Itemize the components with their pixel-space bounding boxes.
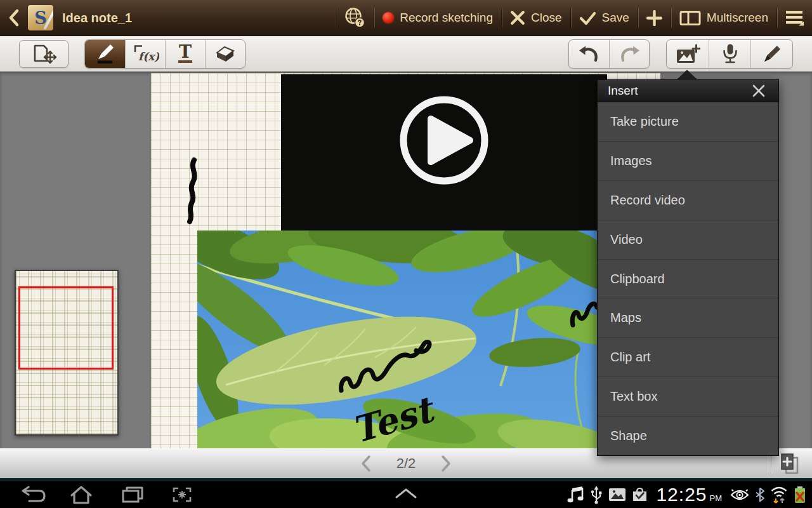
page-indicator: 2/2 <box>396 455 416 472</box>
nav-back-button[interactable] <box>19 485 47 504</box>
menu-item-video[interactable]: Video <box>598 220 778 260</box>
note-title: Idea note_1 <box>62 11 132 25</box>
usb-icon <box>589 485 603 504</box>
tool-mode-group: f(x) T <box>84 39 246 69</box>
more-options-button[interactable] <box>785 10 804 26</box>
microphone-icon <box>721 43 740 65</box>
thumbnail-viewport-rect <box>18 286 114 370</box>
formula-tool-button[interactable]: f(x) <box>125 40 165 68</box>
multiscreen-label: Multiscreen <box>707 11 768 25</box>
multiscreen-icon <box>679 10 701 27</box>
menu-item-maps[interactable]: Maps <box>598 298 778 338</box>
separator <box>374 8 374 27</box>
history-group <box>568 39 650 69</box>
page-move-icon <box>30 43 57 65</box>
add-page-top-button[interactable] <box>646 10 662 26</box>
menu-item-clipboard[interactable]: Clipboard <box>598 260 778 299</box>
play-button-icon <box>403 100 485 181</box>
record-dot-icon <box>383 12 394 23</box>
brush-tool-button[interactable] <box>85 40 125 68</box>
insert-menu-title: Insert <box>608 84 638 98</box>
save-button[interactable]: Save <box>579 11 629 25</box>
pen-settings-button[interactable] <box>750 40 792 68</box>
pen-icon <box>761 43 783 65</box>
download-complete-icon <box>631 487 648 502</box>
android-system-bar: 12:25 PM <box>0 481 812 508</box>
insert-menu-close-button[interactable] <box>749 81 768 100</box>
formula-icon: f(x) <box>131 43 159 65</box>
brush-icon <box>94 43 117 65</box>
clock-time: 12:25 <box>656 484 707 505</box>
nav-recents-button[interactable] <box>118 485 146 504</box>
back-icon[interactable] <box>8 8 20 27</box>
app-icon: S <box>28 5 53 30</box>
eraser-icon <box>214 44 237 64</box>
globe-help-icon <box>344 7 365 29</box>
battery-error-icon <box>793 485 807 504</box>
separator <box>638 8 638 27</box>
image-plus-icon <box>675 43 700 65</box>
prev-page-button[interactable] <box>360 454 372 473</box>
insert-object-button[interactable] <box>667 40 709 68</box>
embedded-video[interactable] <box>281 74 607 231</box>
menu-caret <box>676 70 698 80</box>
svg-text:T: T <box>179 43 192 62</box>
voice-memo-button[interactable] <box>709 40 750 68</box>
save-check-icon <box>579 11 596 25</box>
gallery-status-icon <box>608 488 626 502</box>
selection-mode-button[interactable] <box>19 40 69 68</box>
menu-item-images[interactable]: Images <box>598 142 778 181</box>
smart-stay-eye-icon <box>730 488 750 502</box>
nav-home-button[interactable] <box>67 485 95 504</box>
plus-icon <box>646 10 662 26</box>
svg-text:f(x): f(x) <box>138 50 159 63</box>
app-bar: S Idea note_1 <box>0 0 812 36</box>
status-icons: 12:25 PM <box>565 481 807 508</box>
mini-apps-tray-button[interactable] <box>392 487 420 500</box>
close-icon <box>510 10 525 25</box>
undo-icon <box>577 44 601 64</box>
menu-item-record-video[interactable]: Record video <box>598 181 778 220</box>
separator <box>335 8 336 27</box>
help-button[interactable] <box>344 7 365 29</box>
record-sketching-label: Record sketching <box>400 11 493 25</box>
menu-bars-icon <box>785 10 804 26</box>
clock-meridiem: PM <box>710 493 723 503</box>
next-page-button[interactable] <box>440 454 452 473</box>
eraser-tool-button[interactable] <box>205 40 245 68</box>
redo-button[interactable] <box>609 40 649 68</box>
redo-icon <box>617 44 641 64</box>
add-page-button[interactable] <box>776 451 802 477</box>
menu-item-shape[interactable]: Shape <box>598 417 778 455</box>
undo-button[interactable] <box>569 40 609 68</box>
separator <box>776 8 777 27</box>
separator <box>771 454 771 474</box>
record-sketching-button[interactable]: Record sketching <box>383 11 493 25</box>
insert-group <box>666 39 793 69</box>
separator <box>570 8 571 27</box>
embedded-photo-leaves[interactable] <box>197 231 597 448</box>
text-tool-button[interactable]: T <box>165 40 205 68</box>
nav-screenshot-button[interactable] <box>169 485 195 504</box>
menu-item-take-picture[interactable]: Take picture <box>598 102 778 142</box>
page-thumbnail[interactable] <box>15 270 119 436</box>
separator <box>501 8 502 27</box>
clock: 12:25 PM <box>656 484 722 505</box>
bluetooth-icon <box>755 487 765 502</box>
close-label: Close <box>531 11 562 25</box>
multiscreen-button[interactable]: Multiscreen <box>679 10 768 27</box>
close-button[interactable]: Close <box>510 10 562 25</box>
edit-toolbar: f(x) T <box>0 36 812 72</box>
menu-item-text-box[interactable]: Text box <box>598 377 778 417</box>
save-label: Save <box>602 11 629 25</box>
page-plus-icon <box>776 451 802 477</box>
text-T-icon: T <box>176 43 195 65</box>
separator <box>671 8 671 27</box>
wifi-status-icon <box>770 485 788 504</box>
insert-menu-header: Insert <box>598 80 778 102</box>
close-x-icon <box>752 84 766 98</box>
music-note-icon <box>565 485 584 504</box>
s-note-app: S Idea note_1 <box>0 0 812 508</box>
menu-item-clip-art[interactable]: Clip art <box>598 338 778 377</box>
insert-menu: Insert Take picture Images Record video … <box>597 79 779 456</box>
